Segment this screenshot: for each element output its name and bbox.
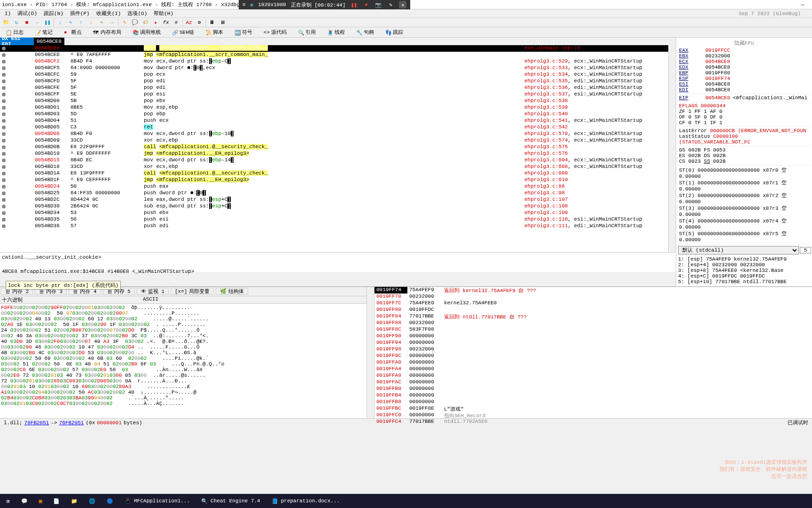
stack-row[interactable]: 0019FF8477017BBE返回到 ntdll.77017BBE 自 ??? bbox=[375, 313, 812, 320]
stack-panel[interactable]: 0019FF7475A4FEF9返回到 kernel32.75A4FEF9 自 … bbox=[374, 287, 812, 418]
breakpoint-dot[interactable] bbox=[2, 132, 6, 136]
stop-icon[interactable]: ■ bbox=[23, 18, 31, 27]
breakpoint-dot[interactable] bbox=[2, 60, 6, 64]
step-out-icon[interactable]: ↑ bbox=[77, 18, 85, 27]
task-word[interactable]: 📘preparation.docx... bbox=[267, 495, 344, 507]
stack-row[interactable]: 0019FFBC0019FF8EL"游戏" bbox=[375, 405, 812, 412]
hex-row[interactable]: 24 03 00 02 00 02 51 02 00 02 B0 87 03 0… bbox=[1, 327, 366, 333]
task-notepad[interactable]: 📄 bbox=[48, 495, 64, 507]
target-icon[interactable]: ⊕ bbox=[250, 2, 254, 8]
disasm-row[interactable]: 0054BCE8E8 5F0C0000call <mfcapplication1… bbox=[0, 45, 668, 52]
breakpoint-dot[interactable] bbox=[2, 172, 6, 175]
stack-row[interactable]: 0019FF9000000000 bbox=[375, 333, 812, 340]
hamburger-icon[interactable]: ≡ bbox=[242, 2, 246, 8]
disasm-row[interactable]: 0054BD018BE5mov esp,ebpehprolg3.c:539 bbox=[0, 104, 668, 111]
dump-tab-struct[interactable]: 🌿结构体 bbox=[216, 288, 248, 295]
comment-icon[interactable]: 💬 bbox=[131, 18, 139, 27]
task-edge[interactable]: 🌐 bbox=[84, 495, 100, 507]
tab-callstack[interactable]: 📚调用堆栈 bbox=[129, 28, 164, 37]
tab-trace[interactable]: 👣跟踪 bbox=[382, 28, 407, 37]
dump-tab-locals[interactable]: [x=]局部变量 bbox=[171, 288, 214, 295]
hex-row[interactable]: 00 02 E0 72 03 00 02 01 03 40 73 03 00 0… bbox=[1, 373, 366, 378]
task-cheatengine[interactable]: 🔍Cheat Engine 7.4 bbox=[196, 495, 265, 507]
disasm-row[interactable]: 0054BD1AE8 13F9FFFFcall <mfcapplication1… bbox=[0, 170, 668, 177]
pencil-icon[interactable]: ✎ bbox=[387, 1, 394, 8]
breakpoint-dot[interactable] bbox=[2, 205, 6, 208]
hex-row[interactable]: 40 03 D0 3D 03 00 02 F0 03 00 02 00 87 4… bbox=[1, 339, 366, 344]
breakpoint-dot[interactable] bbox=[2, 218, 6, 222]
breakpoint-dot[interactable] bbox=[2, 112, 6, 116]
hex-dump[interactable]: F0 FE 00 02 00 02 00 02 90 FF 02 00 02 0… bbox=[0, 304, 367, 418]
dump-tab-watch[interactable]: 👁监视 1 bbox=[137, 288, 169, 295]
trace-over-icon[interactable]: ↷ bbox=[97, 18, 106, 27]
task-wechat[interactable]: 💬 bbox=[16, 495, 32, 507]
camera-icon[interactable]: 📷 bbox=[375, 1, 382, 8]
hex-row[interactable]: 72 03 00 02 01 03 00 02 85 03 C0 83 03 0… bbox=[1, 378, 366, 384]
menu-favorites[interactable]: 收藏夹(I) bbox=[94, 10, 124, 17]
record-icon[interactable]: ● bbox=[362, 1, 370, 8]
hex-row[interactable]: F0 FE 00 02 00 02 00 02 90 FF 02 00 02 0… bbox=[1, 305, 366, 310]
hex-row[interactable]: 03 00 02 51 02 00 02 50 6E 03 40 04 51 0… bbox=[1, 361, 366, 367]
disasm-row[interactable]: 0054BD158B4D ECmov ecx,dword ptr ss:[ebp… bbox=[0, 157, 668, 164]
stack-row[interactable]: 0019FFB400000000 bbox=[375, 392, 812, 399]
label-icon[interactable]: 🏷 bbox=[141, 18, 149, 27]
breakpoint-dot[interactable] bbox=[2, 211, 6, 215]
calling-convention-select[interactable]: 默认 (stdcall) bbox=[678, 246, 799, 254]
stack-row[interactable]: 0019FF9C00000000 bbox=[375, 353, 812, 359]
open-icon[interactable]: 📁 bbox=[2, 18, 10, 27]
register-row[interactable]: EDI0054BCE8 bbox=[677, 87, 811, 93]
stack-row[interactable]: 0019FF7800232000 bbox=[375, 294, 812, 300]
breakpoint-dot[interactable] bbox=[2, 126, 6, 129]
pause-icon[interactable]: ❚❚ bbox=[43, 18, 52, 27]
disasm-row[interactable]: 0054BD0BE8 22F9FFFFcall <mfcapplication1… bbox=[0, 144, 668, 151]
tab-seh[interactable]: 🔗SEH链 bbox=[168, 28, 198, 37]
breakpoint-dot[interactable] bbox=[2, 119, 6, 123]
breakpoint-dot[interactable] bbox=[2, 152, 6, 156]
step-into-icon[interactable]: ↓ bbox=[56, 18, 64, 27]
status-link1[interactable]: 76FB2051 bbox=[24, 420, 49, 426]
disasm-row[interactable]: 0054BCED^ E9 7AFEFFFFjmp <mfcapplication… bbox=[0, 52, 668, 58]
stack-arg[interactable]: 2: [esp+4] 00232000 00232000 bbox=[678, 262, 810, 268]
hex-row[interactable]: 00 02 00 02 00 04 00 02 50 07 03 00 02 0… bbox=[1, 310, 366, 316]
disasm-row[interactable]: 0054BD068B4D F0mov ecx,dword ptr ss:[ebp… bbox=[0, 131, 668, 137]
breakpoint-dot[interactable] bbox=[2, 79, 6, 83]
patch-icon[interactable]: ✎ bbox=[120, 18, 129, 27]
breakpoint-dot[interactable] bbox=[2, 73, 6, 77]
scrollbar[interactable] bbox=[668, 45, 676, 252]
hex-row[interactable]: A1 03 00 02 00 02 04 03 00 02 00 02 50 A… bbox=[1, 389, 366, 395]
disassembly-panel[interactable]: 0054BCE8E8 5F0C0000call <mfcapplication1… bbox=[0, 45, 668, 252]
menu-trace[interactable]: 跟踪(N) bbox=[41, 10, 66, 17]
run-icon[interactable]: → bbox=[33, 18, 41, 27]
menu-debug[interactable]: 调试(D) bbox=[15, 10, 40, 17]
disasm-row[interactable]: 0054BD005Bpop ebxehprolg3.c:538 bbox=[0, 98, 668, 104]
tab-refs[interactable]: 🔍引用 bbox=[294, 28, 320, 37]
tab-breakpoints[interactable]: ●断点 bbox=[60, 28, 86, 37]
disasm-row[interactable]: 0054BD2564:FF35 00000000push dword ptr ■… bbox=[0, 190, 668, 197]
register-row[interactable]: ECX0054BCE8 bbox=[677, 59, 811, 64]
breakpoint-dot[interactable] bbox=[2, 165, 6, 169]
breakpoint-dot[interactable] bbox=[2, 178, 6, 182]
disasm-row[interactable]: 0054BD3453push ebxehprolg3.c:109 bbox=[0, 210, 668, 216]
task-folder[interactable]: 📁 bbox=[66, 495, 82, 507]
restart-icon[interactable]: ↻ bbox=[12, 18, 21, 27]
hex-row[interactable]: 02 A0 1E 03 00 02 00 02 50 1F 03 00 02 9… bbox=[1, 322, 366, 327]
register-row[interactable]: EBP0019FF80 bbox=[677, 70, 811, 76]
start-button[interactable]: ⊞ bbox=[2, 495, 15, 507]
run-to-icon[interactable]: → bbox=[108, 18, 116, 27]
breakpoint-dot[interactable] bbox=[2, 99, 6, 103]
tab-memmap[interactable]: 🗺内存布局 bbox=[89, 28, 125, 37]
disasm-row[interactable]: 0054BD3657push ediehprolg3.c:111, edi:_W… bbox=[0, 223, 668, 230]
hex-row[interactable]: 00 03 00 02 90 46 03 00 02 00 02 10 47 0… bbox=[1, 344, 366, 350]
register-row[interactable]: EDX0054BCE8 bbox=[677, 64, 811, 70]
hex-row[interactable]: 00 02 40 3A 03 00 02 00 02 00 02 37 03 0… bbox=[1, 333, 366, 339]
tab-threads[interactable]: 🧵线程 bbox=[323, 28, 349, 37]
stack-row[interactable]: 0019FF800019FFDC bbox=[375, 307, 812, 313]
tab-symbols[interactable]: 🔤符号 bbox=[231, 28, 256, 37]
fx-icon[interactable]: fx bbox=[162, 18, 170, 27]
menu-plugins[interactable]: 插件(P) bbox=[67, 10, 93, 17]
disasm-row[interactable]: 0054BD0451push ecxehprolg3.c:541, ecx:_W… bbox=[0, 118, 668, 124]
hex-row[interactable]: 03 00 02 01 03 C0 02 00 02 C0 C7 03 00 0… bbox=[1, 401, 366, 406]
register-row[interactable]: ESI0054BCE8 bbox=[677, 81, 811, 87]
status-link2[interactable]: 76FB2051 bbox=[59, 420, 84, 426]
stack-row[interactable]: 0019FFA000000000 bbox=[375, 359, 812, 366]
